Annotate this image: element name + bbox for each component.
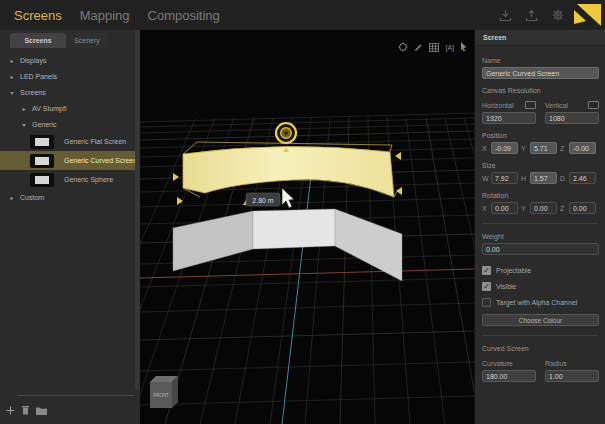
z-axis-line	[282, 150, 314, 424]
screen-thumbnail	[30, 154, 54, 168]
viewport-toolbar: [A]	[398, 38, 468, 56]
delete-screen-icon[interactable]	[22, 406, 29, 416]
tree-item-generic-curved-screen[interactable]: Generic Curved Screen	[0, 151, 140, 170]
alpha-target-checkbox-row[interactable]: Target with Alpha Channel	[482, 298, 598, 307]
rotation-x-input[interactable]	[491, 202, 518, 214]
tree-item-screens[interactable]: Screens	[0, 84, 140, 100]
import-icon[interactable]	[499, 9, 512, 22]
white-curved-screen[interactable]	[173, 209, 402, 281]
grid-icon[interactable]	[429, 38, 439, 56]
3d-viewport[interactable]: [A]	[140, 30, 474, 424]
tree-item-generic-flat-screen[interactable]: Generic Flat Screen	[0, 132, 140, 151]
tab-screens[interactable]: Screens	[10, 33, 66, 48]
canvas-resolution-title: Canvas Resolution	[482, 87, 598, 94]
curvature-label: Curvature	[482, 360, 536, 367]
tab-scenery[interactable]: Scenery	[66, 33, 108, 48]
screen-library-sidebar: Screens Scenery Displays LED Panels Scre…	[0, 30, 141, 424]
tree-item-generic[interactable]: Generic	[0, 116, 140, 132]
chevron-right-icon[interactable]	[20, 105, 28, 112]
folder-icon[interactable]	[36, 406, 47, 416]
name-label: Name	[482, 57, 598, 64]
visible-checkbox[interactable]	[482, 282, 491, 291]
radius-label: Radius	[545, 360, 599, 367]
position-y-input[interactable]	[530, 142, 557, 154]
export-icon[interactable]	[525, 9, 538, 22]
tree-item-generic-sphere[interactable]: Generic Sphere	[0, 170, 140, 189]
selected-curved-screen[interactable]	[173, 123, 402, 205]
alpha-target-checkbox[interactable]	[482, 298, 491, 307]
rotation-row: X Y Z	[482, 202, 598, 214]
horizontal-input[interactable]	[482, 112, 536, 124]
projectable-checkbox[interactable]	[482, 266, 491, 275]
rotation-title: Rotation	[482, 192, 598, 199]
monitor-width-icon	[525, 101, 536, 109]
screen-thumbnail	[30, 135, 54, 149]
sidebar-tabs: Screens Scenery	[10, 33, 140, 48]
view-cube[interactable]: FRONT	[150, 376, 178, 408]
edit-pencil-icon[interactable]	[414, 38, 423, 56]
rotation-y-input[interactable]	[530, 202, 557, 214]
tree-item-custom[interactable]: Custom	[0, 189, 140, 205]
radius-input[interactable]	[545, 370, 599, 382]
svg-text:FRONT: FRONT	[153, 393, 169, 398]
monitor-height-icon	[588, 101, 599, 109]
weight-title: Weight	[482, 233, 598, 240]
size-row: W H D	[482, 172, 598, 184]
tree-item-av-stumpfl[interactable]: AV Stumpfl	[0, 100, 140, 116]
inspector-title: Screen	[475, 30, 605, 46]
chevron-down-icon[interactable]	[20, 121, 28, 128]
projectable-checkbox-row[interactable]: Projectable	[482, 266, 598, 275]
viewport-scene: 2.80 m FRONT	[140, 30, 474, 424]
position-row: X Y Z	[482, 142, 598, 154]
chevron-right-icon[interactable]	[8, 194, 16, 201]
top-menubar: Screens Mapping Compositing	[0, 0, 605, 31]
tree-item-led-panels[interactable]: LED Panels	[0, 68, 140, 84]
horizontal-label: Horizontal	[482, 102, 514, 109]
curvature-input[interactable]	[482, 370, 536, 382]
chevron-right-icon[interactable]	[8, 57, 16, 64]
size-w-input[interactable]	[491, 172, 518, 184]
menu-mapping[interactable]: Mapping	[80, 8, 130, 23]
auto-mode-icon[interactable]: [A]	[445, 44, 454, 51]
rotation-gizmo-icon[interactable]	[276, 123, 296, 143]
position-title: Position	[482, 132, 598, 139]
screen-tree: Displays LED Panels Screens AV Stumpfl G…	[0, 52, 140, 205]
visible-checkbox-row[interactable]: Visible	[482, 282, 598, 291]
tree-item-displays[interactable]: Displays	[0, 52, 140, 68]
section-divider	[482, 223, 598, 224]
size-h-input[interactable]	[530, 172, 557, 184]
chevron-down-icon[interactable]	[8, 89, 16, 96]
position-x-input[interactable]	[491, 142, 518, 154]
svg-text:2.80 m: 2.80 m	[252, 197, 274, 204]
screen-inspector-panel: Screen Name Canvas Resolution Horizontal…	[474, 30, 605, 424]
weight-input[interactable]	[482, 243, 599, 255]
section-divider	[482, 335, 598, 336]
cursor-tool-icon[interactable]	[460, 38, 468, 56]
size-d-input[interactable]	[569, 172, 596, 184]
choose-colour-button[interactable]: Choose Colour	[482, 314, 599, 326]
vertical-input[interactable]	[545, 112, 599, 124]
app-logo-icon	[569, 1, 603, 33]
add-screen-icon[interactable]	[6, 406, 15, 416]
vertical-label: Vertical	[545, 102, 568, 109]
curved-screen-title: Curved Screen	[482, 345, 598, 352]
gizmo-circle-icon[interactable]	[398, 38, 408, 56]
name-input[interactable]	[482, 67, 599, 79]
menu-screens[interactable]: Screens	[14, 8, 62, 23]
measurement-label: 2.80 m	[246, 193, 280, 206]
settings-gear-icon[interactable]	[551, 8, 565, 22]
menu-compositing[interactable]: Compositing	[148, 8, 220, 23]
position-z-input[interactable]	[569, 142, 596, 154]
chevron-right-icon[interactable]	[8, 73, 16, 80]
mouse-cursor-icon	[282, 188, 294, 208]
sidebar-divider	[18, 395, 134, 396]
size-title: Size	[482, 162, 598, 169]
main-menu: Screens Mapping Compositing	[14, 8, 220, 23]
rotation-z-input[interactable]	[569, 202, 596, 214]
screen-thumbnail	[30, 173, 54, 187]
x-axis-line	[140, 269, 474, 278]
